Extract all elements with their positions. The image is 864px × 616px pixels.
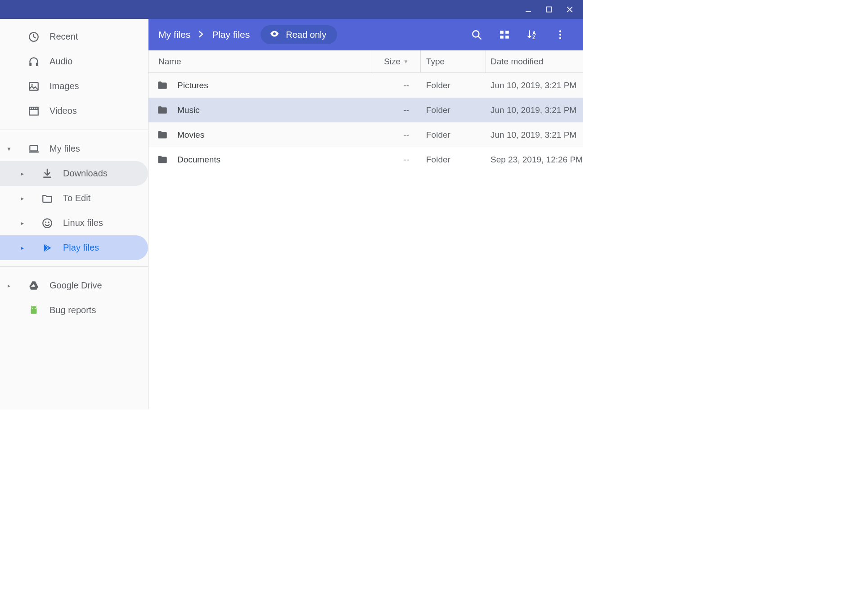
svg-rect-19 bbox=[500, 31, 504, 34]
sort-az-icon: AZ bbox=[526, 29, 538, 40]
window-minimize-button[interactable] bbox=[519, 0, 537, 18]
more-vert-icon bbox=[554, 29, 566, 40]
svg-rect-20 bbox=[505, 31, 509, 34]
search-icon bbox=[471, 29, 482, 40]
svg-text:Z: Z bbox=[532, 35, 536, 40]
svg-point-17 bbox=[273, 32, 276, 35]
svg-rect-7 bbox=[29, 109, 38, 115]
file-row[interactable]: Pictures--FolderJun 10, 2019, 3:21 PM bbox=[148, 73, 583, 98]
file-name: Documents bbox=[177, 155, 220, 165]
svg-rect-11 bbox=[43, 176, 51, 178]
sidebar-item-label: Linux files bbox=[63, 218, 148, 228]
folder-icon bbox=[157, 154, 168, 166]
sidebar-item-label: My files bbox=[50, 144, 148, 154]
sidebar-item-label: Downloads bbox=[63, 168, 148, 179]
file-type: Folder bbox=[421, 81, 486, 90]
sidebar-item-downloads[interactable]: ▸ Downloads bbox=[0, 161, 148, 186]
svg-point-15 bbox=[32, 308, 33, 309]
file-row[interactable]: Music--FolderJun 10, 2019, 3:21 PM bbox=[148, 98, 583, 122]
sidebar-item-to-edit[interactable]: ▸ To Edit bbox=[0, 186, 148, 211]
sidebar-item-label: Google Drive bbox=[50, 280, 148, 291]
column-header-type[interactable]: Type bbox=[421, 50, 486, 72]
file-date: Sep 23, 2019, 12:26 PM bbox=[486, 155, 583, 165]
column-header-size[interactable]: Size▼ bbox=[371, 50, 421, 72]
minimize-icon bbox=[524, 5, 532, 13]
main-pane: My files Play files Read only AZ bbox=[148, 19, 583, 409]
svg-rect-0 bbox=[526, 11, 531, 12]
sidebar-item-images[interactable]: ▸ Images bbox=[0, 74, 148, 99]
headphones-icon bbox=[28, 56, 40, 67]
expand-icon[interactable]: ▸ bbox=[14, 220, 32, 226]
file-name: Movies bbox=[177, 130, 204, 140]
file-type: Folder bbox=[421, 105, 486, 115]
grid-view-icon bbox=[499, 29, 510, 40]
sidebar-item-myfiles[interactable]: ▼ My files bbox=[0, 136, 148, 161]
column-header-name[interactable]: Name bbox=[148, 50, 371, 72]
svg-rect-3 bbox=[29, 63, 32, 66]
file-size: -- bbox=[371, 155, 421, 165]
sidebar-item-linux-files[interactable]: ▸ Linux files bbox=[0, 211, 148, 235]
sidebar: ▸ Recent ▸ Audio ▸ Images ▸ Video bbox=[0, 19, 148, 409]
file-row[interactable]: Movies--FolderJun 10, 2019, 3:21 PM bbox=[148, 122, 583, 147]
more-options-button[interactable] bbox=[548, 22, 572, 47]
sort-button[interactable]: AZ bbox=[520, 22, 544, 47]
window-titlebar bbox=[0, 0, 583, 19]
sidebar-item-recent[interactable]: ▸ Recent bbox=[0, 24, 148, 49]
svg-rect-4 bbox=[36, 63, 38, 66]
expand-icon[interactable]: ▸ bbox=[14, 245, 32, 251]
chevron-right-icon bbox=[198, 29, 204, 40]
file-date: Jun 10, 2019, 3:21 PM bbox=[486, 105, 583, 115]
download-icon bbox=[41, 168, 53, 180]
svg-point-27 bbox=[559, 37, 561, 39]
expand-icon[interactable]: ▸ bbox=[0, 283, 18, 289]
file-row[interactable]: Documents--FolderSep 23, 2019, 12:26 PM bbox=[148, 147, 583, 172]
sort-desc-icon: ▼ bbox=[403, 58, 409, 65]
close-icon bbox=[566, 5, 574, 13]
google-play-icon bbox=[41, 242, 53, 254]
sidebar-item-videos[interactable]: ▸ Videos bbox=[0, 99, 148, 123]
sidebar-item-label: Audio bbox=[50, 56, 148, 67]
sidebar-item-audio[interactable]: ▸ Audio bbox=[0, 49, 148, 74]
breadcrumb: My files Play files bbox=[158, 29, 250, 40]
clapperboard-icon bbox=[28, 105, 40, 117]
svg-rect-21 bbox=[500, 36, 504, 39]
expand-icon[interactable]: ▸ bbox=[14, 171, 32, 177]
linux-icon bbox=[41, 217, 53, 229]
folder-outline-icon bbox=[41, 193, 53, 204]
sidebar-item-label: To Edit bbox=[63, 193, 148, 203]
file-date: Jun 10, 2019, 3:21 PM bbox=[486, 81, 583, 90]
file-size: -- bbox=[371, 105, 421, 115]
svg-point-26 bbox=[559, 34, 561, 36]
toolbar: My files Play files Read only AZ bbox=[148, 19, 583, 50]
window-maximize-button[interactable] bbox=[540, 0, 558, 18]
search-button[interactable] bbox=[464, 22, 489, 47]
svg-rect-1 bbox=[546, 7, 551, 12]
file-size: -- bbox=[371, 130, 421, 140]
folder-icon bbox=[157, 80, 168, 91]
column-header-date[interactable]: Date modified bbox=[486, 50, 583, 72]
svg-point-12 bbox=[43, 219, 52, 228]
read-only-badge: Read only bbox=[261, 25, 337, 44]
expand-icon[interactable]: ▸ bbox=[14, 195, 32, 202]
breadcrumb-item-playfiles[interactable]: Play files bbox=[212, 29, 250, 40]
breadcrumb-item-myfiles[interactable]: My files bbox=[158, 29, 190, 40]
sidebar-item-label: Images bbox=[50, 81, 148, 91]
view-toggle-button[interactable] bbox=[492, 22, 517, 47]
svg-rect-22 bbox=[505, 36, 509, 39]
svg-point-6 bbox=[31, 84, 32, 85]
image-icon bbox=[28, 81, 40, 92]
read-only-label: Read only bbox=[286, 30, 326, 40]
file-size: -- bbox=[371, 81, 421, 90]
collapse-icon[interactable]: ▼ bbox=[0, 146, 18, 152]
window-close-button[interactable] bbox=[561, 0, 579, 18]
sidebar-item-google-drive[interactable]: ▸ Google Drive bbox=[0, 273, 148, 298]
svg-rect-9 bbox=[30, 145, 37, 151]
file-type: Folder bbox=[421, 130, 486, 140]
sidebar-item-play-files[interactable]: ▸ Play files bbox=[0, 235, 148, 260]
clock-icon bbox=[28, 31, 40, 43]
svg-point-18 bbox=[472, 31, 479, 37]
file-type: Folder bbox=[421, 155, 486, 165]
svg-point-16 bbox=[35, 308, 36, 309]
sidebar-item-bug-reports[interactable]: ▸ Bug reports bbox=[0, 298, 148, 323]
column-header-row: Name Size▼ Type Date modified bbox=[148, 50, 583, 73]
